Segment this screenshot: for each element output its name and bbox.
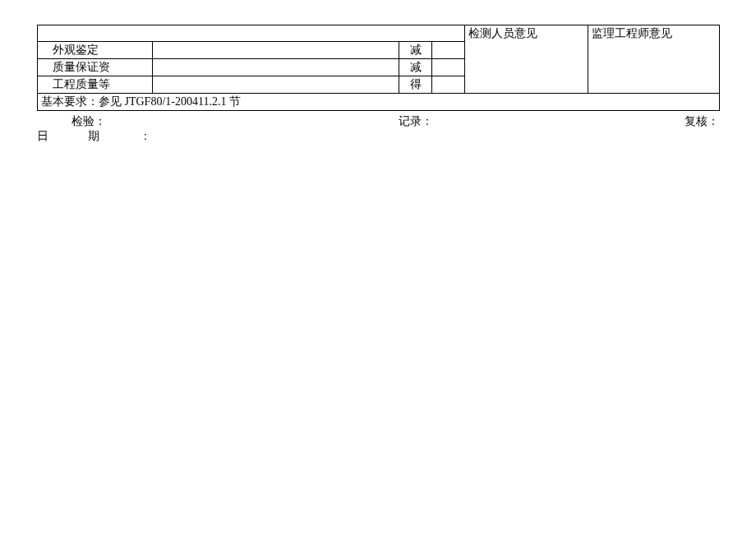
empty-cell (38, 25, 465, 42)
date-prefix: 日 (37, 130, 48, 142)
row-extra-cell (432, 42, 465, 59)
row-extra-cell (432, 76, 465, 94)
row-short: 减 (399, 42, 432, 59)
form-table-wrapper: 检测人员意见 监理工程师意见 外观鉴定 减 质量保证资 减 工程质量等 得 基本… (37, 25, 719, 111)
row-short: 减 (399, 59, 432, 76)
row-label: 质量保证资 (38, 59, 153, 76)
footer-line: 检验： 记录： 复核： (37, 114, 719, 129)
supervisor-opinion-label: 监理工程师意见 (592, 27, 672, 39)
row-extra-cell (432, 59, 465, 76)
inspector-opinion-cell: 检测人员意见 (465, 25, 588, 94)
footer-record-label: 记录： (399, 114, 649, 129)
date-line: 日 期 ： (37, 129, 719, 144)
row-value-cell (153, 59, 399, 76)
row-label: 工程质量等 (38, 76, 153, 94)
basic-requirement-cell: 基本要求：参见 JTGF80/1-200411.2.1 节 (38, 94, 720, 111)
footer-review-label: 复核： (649, 114, 719, 129)
footer-inspect-label: 检验： (37, 114, 399, 129)
supervisor-opinion-cell: 监理工程师意见 (588, 25, 720, 94)
date-colon: ： (140, 130, 151, 142)
date-suffix: 期 (88, 130, 99, 142)
row-short: 得 (399, 76, 432, 94)
date-spacing2 (99, 130, 139, 143)
form-table: 检测人员意见 监理工程师意见 外观鉴定 减 质量保证资 减 工程质量等 得 基本… (37, 25, 720, 111)
date-spacing (48, 130, 88, 143)
table-row: 基本要求：参见 JTGF80/1-200411.2.1 节 (38, 94, 720, 111)
table-row: 检测人员意见 监理工程师意见 (38, 25, 720, 42)
row-label: 外观鉴定 (38, 42, 153, 59)
inspector-opinion-label: 检测人员意见 (468, 27, 537, 39)
row-value-cell (153, 42, 399, 59)
row-value-cell (153, 76, 399, 94)
